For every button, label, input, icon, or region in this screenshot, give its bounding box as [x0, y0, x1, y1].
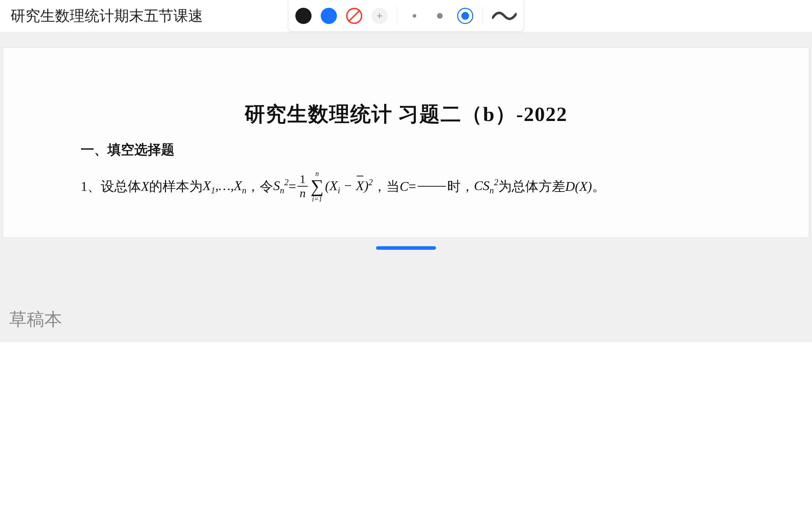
q-text: 的样本为 — [149, 176, 203, 197]
q-text: ，令 — [246, 176, 273, 197]
stroke-style-wave-icon[interactable] — [492, 8, 517, 24]
dx-symbol: D(X) — [565, 176, 592, 197]
stroke-size-small[interactable] — [406, 8, 423, 24]
q-text: 设总体 — [101, 176, 141, 197]
sigma-sum: n ∑ i=1 — [310, 170, 324, 202]
scratchpad-canvas[interactable] — [0, 342, 812, 508]
drawing-toolbar: + — [288, 0, 524, 32]
period: 。 — [592, 176, 605, 197]
stroke-size-medium[interactable] — [432, 8, 448, 24]
add-color-button[interactable]: + — [371, 8, 388, 24]
page-title: 研究生数理统计 习题二（b）-2022 — [81, 101, 731, 128]
scratchpad-title: 草稿本 — [9, 308, 62, 331]
var-X: X — [141, 176, 149, 197]
sample-sequence: X1,…,Xn — [203, 175, 246, 197]
section-heading: 一、填空选择题 — [81, 141, 731, 159]
document-pane[interactable]: 研究生数理统计 习题二（b）-2022 一、填空选择题 1、 设总体 X 的样本… — [0, 32, 812, 243]
eq-sign: = — [408, 176, 416, 197]
q-text: ，当 — [373, 176, 400, 197]
fraction-1n: 1 n — [297, 173, 308, 199]
stroke-size-large[interactable] — [457, 8, 473, 24]
summand: (Xi − X)2 — [325, 175, 373, 197]
fill-blank — [418, 186, 446, 187]
pane-resize-handle[interactable] — [376, 246, 436, 250]
q-number: 1、 — [81, 176, 101, 197]
document-title: 研究生数理统计期末五节课速 — [11, 6, 203, 26]
question-1: 1、 设总体 X 的样本为 X1,…,Xn ，令 Sn2 = 1 n n ∑ i… — [81, 170, 731, 202]
scratchpad-header: 草稿本 — [0, 296, 812, 342]
color-blue[interactable] — [321, 8, 337, 24]
stat-symbol: Sn2 — [273, 175, 289, 197]
q-text: 为总体方差 — [498, 176, 565, 197]
toolbar-divider — [397, 7, 397, 25]
q-text: 时， — [447, 176, 474, 197]
equals: = — [289, 176, 296, 197]
var-C: C — [400, 176, 408, 197]
color-black[interactable] — [295, 8, 312, 24]
result-symbol: CSn2 — [474, 175, 498, 197]
color-red-disabled[interactable] — [346, 8, 362, 24]
toolbar-divider-2 — [482, 7, 483, 25]
document-page: 研究生数理统计 习题二（b）-2022 一、填空选择题 1、 设总体 X 的样本… — [3, 47, 809, 238]
